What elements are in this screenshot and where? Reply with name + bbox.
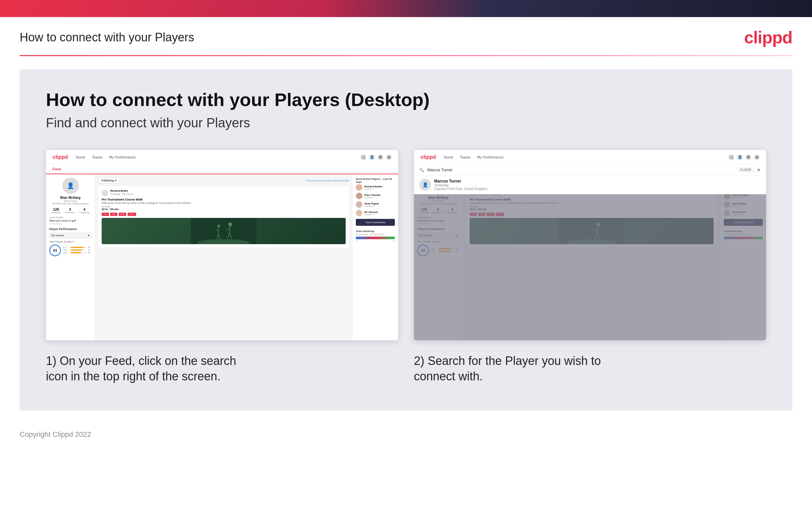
user-icon-2: 👤 — [737, 155, 743, 160]
post-author-name: Richard Butler — [110, 189, 133, 192]
player-info-4: Eli Vincent Activities: 1 — [364, 211, 378, 216]
svg-point-7 — [217, 224, 221, 228]
stat-followers: 3 Followers — [65, 207, 75, 214]
profile-avatar: 👤 — [62, 177, 79, 194]
following-row: Following ▾ Control who can see your act… — [98, 177, 349, 183]
stats-row: 129 Activities 3 Followers 4 Following — [49, 207, 92, 214]
player-acts-3: Activities: 3 — [364, 205, 379, 207]
post-author-avatar — [102, 190, 108, 196]
team-dashboard-button[interactable]: Team Dashboard — [356, 219, 395, 226]
nav-teams: Teams — [92, 155, 102, 159]
stat-activities-label: Activities — [51, 211, 61, 214]
score-circle: 84 — [49, 245, 61, 256]
player-avatar-3 — [356, 201, 363, 208]
svg-point-2 — [228, 222, 232, 226]
player-avatar-1 — [356, 184, 363, 190]
bar-arg: ARG 64 — [63, 252, 90, 254]
app-center-feed: Following ▾ Control who can see your act… — [95, 174, 352, 340]
player-select[interactable]: Eli Vincent ▾ — [49, 233, 92, 238]
bar-arg-num: 64 — [88, 252, 90, 254]
footer: Copyright Clippd 2022 — [0, 424, 812, 445]
chevron-icon: ▾ — [115, 179, 117, 182]
player-info-1: Richard Butler Activities: 7 — [364, 185, 382, 190]
app-nav-logo-2: clippd — [420, 154, 436, 160]
clippd-logo: clippd — [744, 28, 792, 47]
search-input-text[interactable]: Marcus Turner — [427, 168, 734, 172]
bar-arg-track — [70, 252, 87, 253]
latest-activity-label: Latest Activity — [49, 216, 92, 219]
step-2-description: 2) Search for the Player you wish toconn… — [414, 353, 766, 384]
header-divider — [20, 55, 792, 56]
player-name-3: Hiral Pujara — [364, 202, 379, 205]
player-info-2: Piers Parnell Activities: 4 — [364, 194, 380, 199]
heatmap-labels: -5 +5 — [356, 240, 395, 242]
duration-label: Duration — [102, 205, 346, 208]
page-title: How to connect with your Players — [20, 31, 194, 44]
control-link[interactable]: Control who can see your activity and da… — [306, 179, 349, 182]
copyright: Copyright Clippd 2022 — [20, 430, 91, 438]
profile-name: Blair McHarg — [49, 196, 92, 200]
player-name-1: Richard Butler — [364, 185, 382, 188]
tpq-text: Total Player Quality — [49, 240, 72, 243]
heatmap-label-pos: +5 — [392, 240, 395, 242]
screenshots-row: clippd Home Teams My Performance 🔍 👤 ⚙ ●… — [46, 150, 766, 384]
page-header: How to connect with your Players clippd — [0, 17, 812, 55]
section-title: How to connect with your Players (Deskto… — [46, 89, 766, 110]
clear-button[interactable]: CLEAR — [738, 167, 754, 173]
selected-player: Eli Vincent — [51, 234, 64, 237]
bar-ott-track — [70, 247, 87, 248]
search-result-name: Marcus Turner — [434, 179, 487, 183]
user-icon: 👤 — [369, 155, 375, 160]
bar-ott-num: 79 — [88, 247, 90, 248]
player-item-1: Richard Butler Activities: 7 — [356, 184, 395, 190]
bar-ott: OTT 79 — [63, 247, 90, 248]
player-perf-label: Player Performance — [49, 227, 92, 231]
stat-activities-num: 129 — [51, 207, 61, 211]
top-bar — [0, 0, 812, 17]
profile-club: Mill Ride Golf Club, United Kingdom — [49, 203, 92, 205]
player-item-2: Piers Parnell Activities: 4 — [356, 193, 395, 199]
app-nav-items-1: Home Teams My Performance — [76, 155, 361, 159]
heatmap-sub: Player Quality · 20 Round Trend — [356, 233, 395, 235]
app-body-1: 👤 Blair McHarg Golf Coach Mill Ride Golf… — [46, 174, 398, 340]
avatar-icon-2: ● — [754, 155, 760, 160]
app-nav-items-2: Home Teams My Performance — [444, 155, 729, 159]
bars-mini: OTT 79 APP 70 ARG — [63, 247, 90, 254]
latest-activity-val: Afternoon round of golf — [49, 219, 92, 222]
app-screenshot-2: clippd Home Teams My Performance 🔍 👤 ⚙ ● — [414, 150, 766, 340]
nav-my-performance: My Performance — [109, 155, 136, 159]
heatmap-bar — [356, 237, 395, 239]
tpq-label: Total Player Quality ℹ — [49, 240, 92, 243]
app-nav-2: clippd Home Teams My Performance 🔍 👤 ⚙ ● — [414, 150, 766, 164]
tag-app: APP — [110, 213, 117, 216]
tag-putt: PUTT — [128, 213, 136, 216]
bar-ott-fill — [70, 247, 84, 248]
search-result-info: Marcus Turner Yesterday Cypress Point Cl… — [434, 179, 487, 190]
profile-role: Golf Coach — [49, 200, 92, 203]
post-meta: Yesterday · The Grove — [110, 193, 133, 195]
player-acts-1: Activities: 7 — [364, 188, 382, 190]
app-left-panel: 👤 Blair McHarg Golf Coach Mill Ride Golf… — [46, 174, 95, 340]
app-nav-icons-1: 🔍 👤 ⚙ ● — [361, 155, 392, 160]
screenshot-1-wrapper: clippd Home Teams My Performance 🔍 👤 ⚙ ●… — [46, 150, 398, 384]
app-nav-logo-1: clippd — [52, 154, 68, 160]
close-button[interactable]: ✕ — [757, 167, 761, 173]
search-icon: 🔍 — [361, 155, 366, 160]
following-label: Following — [101, 179, 114, 182]
player-acts-4: Activities: 1 — [364, 214, 378, 216]
nav-teams-2: Teams — [460, 155, 470, 159]
settings-icon: ⚙ — [378, 155, 383, 160]
following-button[interactable]: Following ▾ — [98, 177, 120, 183]
stat-activities: 129 Activities — [51, 207, 61, 214]
stat-following-label: Following — [79, 211, 89, 214]
stat-following-num: 4 — [79, 207, 89, 211]
bar-app-fill — [70, 249, 82, 251]
player-info-3: Hiral Pujara Activities: 3 — [364, 202, 379, 207]
duration-val: 02 hr : 00 min — [102, 208, 346, 211]
app-nav-icons-2: 🔍 👤 ⚙ ● — [729, 155, 760, 160]
search-result[interactable]: 👤 Marcus Turner Yesterday Cypress Point … — [414, 176, 766, 194]
player-name-4: Eli Vincent — [364, 211, 378, 214]
post-author-info: Richard Butler Yesterday · The Grove — [110, 189, 133, 197]
bar-app-track — [70, 249, 87, 251]
svg-line-8 — [219, 228, 219, 234]
